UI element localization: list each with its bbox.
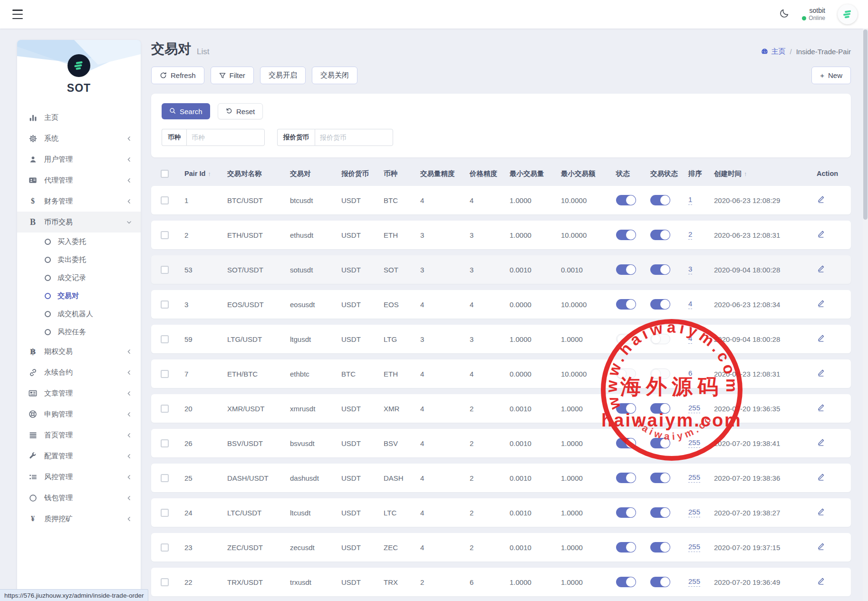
- status-toggle[interactable]: [616, 438, 636, 448]
- status-toggle[interactable]: [616, 577, 636, 587]
- sidebar-item[interactable]: 风控管理: [17, 466, 141, 487]
- sidebar-subitem[interactable]: 交易对: [17, 287, 141, 305]
- edit-pencil-icon[interactable]: [817, 265, 825, 273]
- search-button[interactable]: Search: [162, 103, 210, 119]
- trade-status-toggle[interactable]: [650, 368, 670, 379]
- status-toggle[interactable]: [616, 403, 636, 414]
- sidebar-item[interactable]: 代理管理: [17, 170, 141, 191]
- status-toggle[interactable]: [616, 334, 636, 344]
- hamburger-menu-icon[interactable]: [12, 10, 25, 19]
- row-checkbox[interactable]: [161, 266, 169, 274]
- status-toggle[interactable]: [616, 230, 636, 240]
- sort-value-editable[interactable]: 4: [688, 334, 692, 344]
- sidebar-item[interactable]: B币币交易: [17, 212, 141, 233]
- trade-status-toggle[interactable]: [650, 438, 670, 448]
- sort-value-editable[interactable]: 255: [688, 473, 700, 483]
- row-checkbox[interactable]: [161, 509, 169, 517]
- scrollbar-track[interactable]: [863, 29, 868, 601]
- row-checkbox[interactable]: [161, 543, 169, 552]
- trade-status-toggle[interactable]: [650, 403, 670, 414]
- quote-input[interactable]: [315, 129, 393, 146]
- row-checkbox[interactable]: [161, 196, 169, 204]
- row-checkbox[interactable]: [161, 335, 169, 343]
- trade-status-toggle[interactable]: [650, 230, 670, 240]
- edit-pencil-icon[interactable]: [817, 300, 825, 308]
- trade-status-toggle[interactable]: [650, 577, 670, 587]
- status-toggle[interactable]: [616, 299, 636, 310]
- row-checkbox[interactable]: [161, 474, 169, 482]
- edit-pencil-icon[interactable]: [817, 543, 825, 551]
- sidebar-item[interactable]: 钱包管理: [17, 487, 141, 508]
- trade-close-button[interactable]: 交易关闭: [312, 67, 357, 84]
- status-toggle[interactable]: [616, 542, 636, 553]
- sort-value-editable[interactable]: 2: [688, 230, 692, 240]
- status-toggle[interactable]: [616, 507, 636, 518]
- edit-pencil-icon[interactable]: [817, 438, 825, 446]
- edit-pencil-icon[interactable]: [817, 195, 825, 204]
- edit-pencil-icon[interactable]: [817, 577, 825, 585]
- trade-status-toggle[interactable]: [650, 195, 670, 205]
- sidebar-item[interactable]: ¥质押挖矿: [17, 508, 141, 529]
- row-checkbox[interactable]: [161, 439, 169, 447]
- row-checkbox[interactable]: [161, 578, 169, 586]
- row-checkbox[interactable]: [161, 405, 169, 413]
- row-checkbox[interactable]: [161, 300, 169, 309]
- sidebar-item[interactable]: ฿期权交易: [17, 341, 141, 362]
- new-button[interactable]: + New: [811, 67, 851, 84]
- status-toggle[interactable]: [616, 195, 636, 205]
- sidebar-subitem[interactable]: 买入委托: [17, 233, 141, 251]
- breadcrumb-home-link[interactable]: 主页: [761, 47, 786, 56]
- sidebar-subitem[interactable]: 卖出委托: [17, 251, 141, 269]
- sort-value-editable[interactable]: 3: [688, 265, 692, 274]
- sidebar-item[interactable]: 永续合约: [17, 362, 141, 383]
- column-header[interactable]: Pair Id↑: [184, 170, 227, 177]
- sidebar-item[interactable]: 用户管理: [17, 149, 141, 170]
- dark-mode-moon-icon[interactable]: [779, 8, 790, 20]
- sidebar-item[interactable]: 主页: [17, 107, 141, 128]
- sidebar-item[interactable]: 配置管理: [17, 446, 141, 466]
- trade-status-toggle[interactable]: [650, 299, 670, 310]
- trade-status-toggle[interactable]: [650, 264, 670, 275]
- trade-open-button[interactable]: 交易开启: [260, 67, 306, 84]
- user-block[interactable]: sotbit Online: [802, 7, 825, 22]
- row-checkbox[interactable]: [161, 231, 169, 239]
- sort-value-editable[interactable]: 4: [688, 300, 692, 309]
- sort-value-editable[interactable]: 255: [688, 438, 700, 448]
- sort-value-editable[interactable]: 255: [688, 543, 700, 552]
- edit-pencil-icon[interactable]: [817, 369, 825, 377]
- status-toggle[interactable]: [616, 264, 636, 275]
- edit-pencil-icon[interactable]: [817, 508, 825, 516]
- column-header[interactable]: 创建时间↑: [714, 169, 817, 178]
- sidebar-item[interactable]: 系统: [17, 128, 141, 149]
- edit-pencil-icon[interactable]: [817, 404, 825, 412]
- sidebar-subitem[interactable]: 风控任务: [17, 323, 141, 341]
- sort-value-editable[interactable]: 6: [688, 369, 692, 378]
- edit-pencil-icon[interactable]: [817, 334, 825, 342]
- coin-input[interactable]: [186, 129, 265, 146]
- sort-value-editable[interactable]: 255: [688, 577, 700, 587]
- row-checkbox[interactable]: [161, 370, 169, 378]
- refresh-button[interactable]: Refresh: [151, 67, 204, 84]
- status-toggle[interactable]: [616, 473, 636, 483]
- select-all-checkbox[interactable]: [161, 170, 169, 178]
- status-toggle[interactable]: [616, 368, 636, 379]
- sidebar-item[interactable]: 文章管理: [17, 383, 141, 404]
- reset-button[interactable]: Reset: [218, 103, 263, 119]
- edit-pencil-icon[interactable]: [817, 473, 825, 481]
- filter-button[interactable]: Filter: [211, 67, 254, 84]
- scrollbar-thumb[interactable]: [863, 29, 868, 220]
- sidebar-subitem[interactable]: 成交记录: [17, 269, 141, 287]
- trade-status-toggle[interactable]: [650, 507, 670, 518]
- trade-status-toggle[interactable]: [650, 542, 670, 553]
- sort-value-editable[interactable]: 255: [688, 404, 700, 413]
- sort-value-editable[interactable]: 255: [688, 508, 700, 517]
- sidebar-item[interactable]: 首页管理: [17, 425, 141, 446]
- edit-pencil-icon[interactable]: [817, 230, 825, 238]
- sidebar-subitem[interactable]: 成交机器人: [17, 305, 141, 323]
- sidebar-item[interactable]: $财务管理: [17, 191, 141, 212]
- avatar[interactable]: [838, 4, 858, 24]
- trade-status-toggle[interactable]: [650, 334, 670, 344]
- sort-value-editable[interactable]: 1: [688, 195, 692, 205]
- sidebar-item[interactable]: 申购管理: [17, 404, 141, 425]
- trade-status-toggle[interactable]: [650, 473, 670, 483]
